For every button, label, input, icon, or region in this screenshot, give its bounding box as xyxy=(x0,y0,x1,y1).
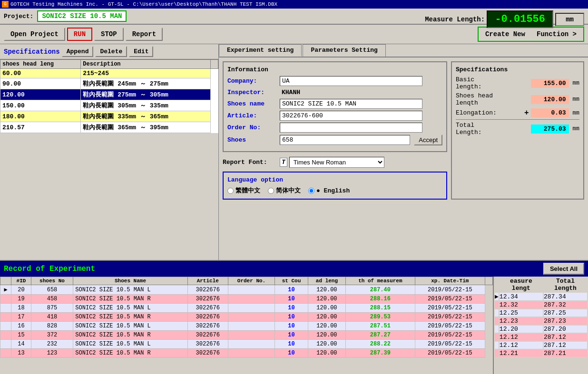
row-date: 2019/05/22-15 xyxy=(415,322,485,331)
measure-label-abs: Measure Length: xyxy=(425,16,485,23)
total-length-unit: mm xyxy=(573,125,579,132)
row-meas-len: 12.12 xyxy=(500,342,543,349)
row-total: 287.23 xyxy=(544,317,587,325)
main-content: Specifications Append Delete Edit shoes … xyxy=(0,44,588,260)
lang-simplified-chinese[interactable]: 简体中文 xyxy=(268,186,301,195)
spec-right-panel: Specifications Basiclength: 155.00 mm Sh… xyxy=(451,61,584,200)
row-article: 3022676 xyxy=(187,331,228,340)
record-row-right[interactable]: ▶ 12.34 287.34 xyxy=(495,293,587,300)
record-row[interactable]: 13 123 SONIC2 SIZE 10.5 MAN R 3022676 10… xyxy=(0,349,493,358)
measure-unit: mm xyxy=(555,13,584,26)
row-arrow-r xyxy=(495,350,499,357)
font-select[interactable]: Times New Roman Arial Calibri Tahoma Ver… xyxy=(289,157,384,168)
record-row[interactable]: 16 828 SONIC2 SIZE 10.5 MAN L 3022676 10… xyxy=(0,322,493,331)
basic-length-row: Basiclength: 155.00 mm xyxy=(456,76,579,90)
open-project-button[interactable]: Open Project xyxy=(4,28,65,41)
col-id: #ID xyxy=(11,277,31,285)
info-section: Information Company: Inspector: KHANH xyxy=(223,61,447,200)
row-ad-len: 120.00 xyxy=(308,331,345,340)
row-order-no xyxy=(228,322,274,331)
elongation-label: Elongation: xyxy=(456,109,513,116)
delete-button[interactable]: Delete xyxy=(95,46,127,57)
row-order-no xyxy=(228,313,274,322)
row-arrow-r xyxy=(495,342,499,349)
spec-table-row[interactable]: 180.00鞋內長範圍 335mm ～ 365mm xyxy=(0,111,218,122)
col-scroll xyxy=(485,277,493,285)
record-row[interactable]: 19 458 SONIC2 SIZE 10.5 MAN R 3022676 10… xyxy=(0,295,493,304)
col-article: Article xyxy=(187,277,228,285)
record-row[interactable]: 17 418 SONIC2 SIZE 10.5 MAN R 3022676 10… xyxy=(0,313,493,322)
select-all-button[interactable]: Select All xyxy=(543,263,584,275)
shoes-input[interactable] xyxy=(280,135,410,145)
row-count: 10 xyxy=(275,322,308,331)
row-measure: 287.51 xyxy=(346,322,415,331)
spec-desc-cell: 鞋內長範圍 365mm ～ 395mm xyxy=(81,122,211,133)
function-button[interactable]: Function > xyxy=(531,29,582,40)
record-row-right[interactable]: 12.12 287.12 xyxy=(495,342,587,349)
row-article: 3022676 xyxy=(187,349,228,358)
spec-title: Specifications xyxy=(4,48,60,56)
col-shoes-name: Shoes Name xyxy=(73,277,187,285)
spec-table-row[interactable]: 60.00215~245 xyxy=(0,69,218,78)
report-button[interactable]: Report xyxy=(126,28,163,41)
tab-parameters-setting[interactable]: Parameters Setting xyxy=(303,44,385,57)
run-button[interactable]: RUN xyxy=(67,28,92,41)
spec-table-row[interactable]: 210.57鞋內長範圍 365mm ～ 395mm xyxy=(0,122,218,133)
tab-experiment-setting[interactable]: Experiment setting xyxy=(219,44,302,57)
row-arrow xyxy=(0,331,11,340)
record-row[interactable]: 14 232 SONIC2 SIZE 10.5 MAN L 3022676 10… xyxy=(0,340,493,349)
accept-button[interactable]: Accept xyxy=(414,134,442,145)
col-ad-len: ad leng xyxy=(308,277,345,285)
company-row: Company: xyxy=(227,76,442,86)
project-name: SONIC2 SIZE 10.5 MAN xyxy=(37,10,127,22)
lang-title: Language option xyxy=(227,176,442,183)
row-arrow-r xyxy=(495,309,499,316)
record-row[interactable]: 18 875 SONIC2 SIZE 10.5 MAN L 3022676 10… xyxy=(0,304,493,313)
record-row-right[interactable]: 12.25 287.25 xyxy=(495,309,587,316)
record-row-right[interactable]: 12.12 287.12 xyxy=(495,334,587,341)
row-shoes-name: SONIC2 SIZE 10.5 MAN L xyxy=(73,340,187,349)
col-head-length: shoes head leng xyxy=(0,60,81,69)
create-new-button[interactable]: Create New xyxy=(480,29,531,40)
spec-table[interactable]: shoes head leng Description 60.00215~245… xyxy=(0,59,218,260)
record-row-right[interactable]: 12.20 287.20 xyxy=(495,326,587,333)
spec-table-row[interactable]: 90.00鞋內長範圍 245mm ～ 275mm xyxy=(0,78,218,89)
record-table-right[interactable]: easure lengt Total length ▶ 12.34 287.34… xyxy=(493,277,588,374)
right-panel: Experiment setting Parameters Setting In… xyxy=(219,44,588,260)
record-row-right[interactable]: 12.32 287.32 xyxy=(495,301,587,308)
row-date: 2019/05/22-15 xyxy=(415,331,485,340)
shoes-name-input[interactable] xyxy=(280,99,422,109)
stop-button[interactable]: STOP xyxy=(94,28,124,41)
spec-head-cell: 180.00 xyxy=(0,111,81,122)
edit-button[interactable]: Edit xyxy=(129,46,153,57)
order-no-label: Order No: xyxy=(227,124,280,131)
append-button[interactable]: Append xyxy=(62,46,94,57)
title-bar: G GOTECH Testing Machines Inc. - GT-SL -… xyxy=(0,0,588,9)
row-ad-len: 120.00 xyxy=(308,285,345,295)
row-date: 2019/05/22-15 xyxy=(415,340,485,349)
company-input[interactable] xyxy=(280,76,422,86)
row-shoes-name: SONIC2 SIZE 10.5 MAN R xyxy=(73,349,187,358)
spec-desc-cell: 鞋內長範圍 335mm ～ 365mm xyxy=(81,111,211,122)
row-arrow xyxy=(0,349,11,358)
record-row[interactable]: 15 372 SONIC2 SIZE 10.5 MAN R 3022676 10… xyxy=(0,331,493,340)
total-length-row: TotalLength: 275.03 mm xyxy=(456,122,579,136)
row-measure: 287.27 xyxy=(346,331,415,340)
lang-english[interactable]: ● English xyxy=(308,187,350,194)
record-row[interactable]: ▶ 20 658 SONIC2 SIZE 10.5 MAN L 3022676 … xyxy=(0,285,493,295)
row-shoes-name: SONIC2 SIZE 10.5 MAN L xyxy=(73,285,187,295)
row-date: 2019/05/22-15 xyxy=(415,285,485,295)
record-row-right[interactable]: 12.21 287.21 xyxy=(495,350,587,357)
row-total: 287.12 xyxy=(544,342,587,349)
record-row-right[interactable]: 12.23 287.23 xyxy=(495,317,587,325)
spec-table-row[interactable]: 150.00鞋內長範圍 305mm ～ 335mm xyxy=(0,100,218,111)
spec-table-row[interactable]: 120.00鞋內長範圍 275mm ～ 305mm xyxy=(0,89,218,100)
spec-head-cell: 60.00 xyxy=(0,69,81,78)
record-table-left[interactable]: #ID shoes No Shoes Name Article Order No… xyxy=(0,277,493,374)
row-order-no xyxy=(228,331,274,340)
lang-traditional-chinese[interactable]: 繁體中文 xyxy=(227,186,260,195)
article-input[interactable] xyxy=(280,111,422,121)
col-description: Description xyxy=(81,60,211,69)
row-order-no xyxy=(228,304,274,313)
order-no-input[interactable] xyxy=(280,123,422,133)
